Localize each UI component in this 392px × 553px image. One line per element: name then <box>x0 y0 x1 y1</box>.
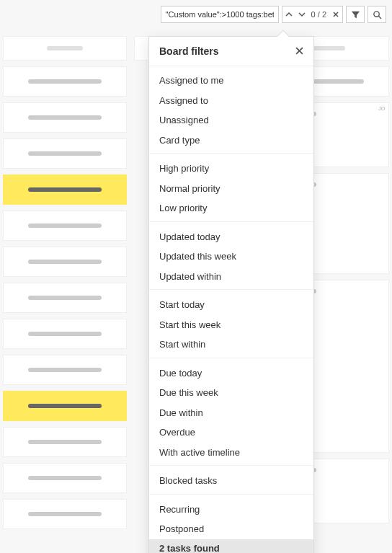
filter-button[interactable] <box>346 6 365 23</box>
close-icon <box>295 47 303 55</box>
card-placeholder <box>28 224 102 228</box>
panel-title: Board filters <box>159 45 218 57</box>
filter-item[interactable]: Assigned to <box>149 91 313 111</box>
card[interactable] <box>3 463 127 493</box>
filter-item[interactable]: Updated today <box>149 227 313 247</box>
filter-item[interactable]: Unassigned <box>149 110 313 130</box>
card[interactable] <box>3 102 127 133</box>
search-count: 0 / 2 <box>308 10 329 19</box>
card[interactable] <box>3 427 127 457</box>
filter-item[interactable]: Updated this week <box>149 247 313 267</box>
card-placeholder <box>28 151 102 156</box>
card[interactable] <box>3 499 127 529</box>
filter-item[interactable]: Due this week <box>149 383 313 403</box>
filter-item[interactable]: Start today <box>149 295 313 315</box>
card-placeholder <box>28 187 102 192</box>
chevron-up-icon <box>285 11 293 18</box>
filter-item[interactable]: Due today <box>149 363 313 384</box>
search-input[interactable] <box>161 6 279 23</box>
card[interactable] <box>3 283 127 313</box>
card-placeholder <box>28 115 102 120</box>
search-button[interactable] <box>368 6 386 23</box>
card[interactable] <box>3 247 127 277</box>
avatar-initials: JO <box>378 106 386 111</box>
filter-item[interactable]: Normal priority <box>149 179 313 199</box>
filter-item[interactable]: Start within <box>149 335 313 355</box>
card-placeholder <box>28 368 102 372</box>
filter-item[interactable]: Overdue <box>149 423 313 443</box>
search-prev-button[interactable] <box>282 6 295 22</box>
panel-header: Board filters <box>149 37 313 66</box>
close-icon <box>332 11 339 18</box>
filter-item[interactable]: With active timeline <box>149 443 313 463</box>
panel-body: Assigned to meAssigned toUnassignedCard … <box>149 66 313 553</box>
filter-item[interactable]: Blocked tasks <box>149 471 313 491</box>
card[interactable] <box>3 66 127 97</box>
panel-close-button[interactable] <box>295 45 303 57</box>
filter-item[interactable]: Recurring <box>149 500 313 520</box>
card[interactable] <box>3 138 127 169</box>
tasks-found-row: 2 tasks found <box>149 539 313 554</box>
search-toolbar: 0 / 2 <box>161 6 386 23</box>
column-header[interactable] <box>3 36 127 61</box>
card-placeholder <box>28 332 102 336</box>
filter-item[interactable]: Due within <box>149 403 313 423</box>
search-nav-group: 0 / 2 <box>282 6 343 23</box>
filter-icon <box>351 10 360 19</box>
card-placeholder <box>28 79 102 84</box>
svg-point-0 <box>373 11 378 16</box>
filter-item[interactable]: Postponed <box>149 519 313 539</box>
filter-item[interactable]: Low priority <box>149 198 313 218</box>
card-placeholder <box>28 404 102 408</box>
filter-item[interactable]: Start this week <box>149 315 313 335</box>
svg-line-1 <box>378 16 381 19</box>
card[interactable] <box>3 319 127 349</box>
search-clear-button[interactable] <box>329 6 342 22</box>
search-next-button[interactable] <box>295 6 308 22</box>
filter-item[interactable]: Assigned to me <box>149 71 313 91</box>
chevron-down-icon <box>298 11 306 18</box>
card-matched[interactable] <box>3 391 127 421</box>
filter-item[interactable]: Card type <box>149 130 313 151</box>
search-icon <box>373 10 382 19</box>
board-column <box>3 36 127 553</box>
card-placeholder <box>28 260 102 264</box>
card-placeholder <box>28 440 102 444</box>
filter-item[interactable]: High priority <box>149 159 313 179</box>
card-matched[interactable] <box>3 174 127 205</box>
card[interactable] <box>3 211 127 241</box>
card[interactable] <box>3 355 127 385</box>
card-placeholder <box>28 296 102 300</box>
board-filters-panel: Board filters Assigned to meAssigned toU… <box>148 36 314 553</box>
card-placeholder <box>28 512 102 516</box>
card-placeholder <box>28 476 102 480</box>
filter-item[interactable]: Updated within <box>149 267 313 287</box>
